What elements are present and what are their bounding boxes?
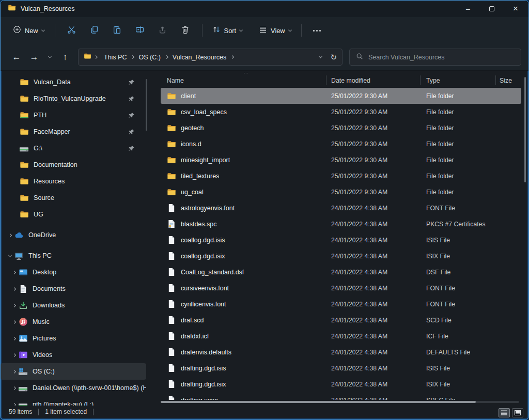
sidebar-item-label: UG <box>34 211 43 218</box>
view-button-label: View <box>271 27 285 35</box>
sidebar-item-pth-maptek-au-l[interactable]: pth (\\maptek-au) (L:) <box>1 396 146 406</box>
view-button[interactable]: View <box>254 22 296 39</box>
column-resize-handle[interactable] <box>326 75 326 85</box>
new-button[interactable]: New <box>8 22 50 39</box>
close-button[interactable]: × <box>504 1 527 17</box>
file-row[interactable]: coallog.dgd.isix24/01/2022 4:38 AMISIX F… <box>161 248 521 264</box>
breadcrumb-segment[interactable]: This PC <box>100 52 130 63</box>
file-row[interactable]: ug_coal25/01/2022 9:30 AMFile folder <box>161 184 521 200</box>
up-button[interactable]: ↑ <box>56 49 74 66</box>
sidebar-item-music[interactable]: Music <box>1 314 146 330</box>
file-row[interactable]: coallog.dgd.isis24/01/2022 4:38 AMISIS F… <box>161 232 521 248</box>
chevron-right-icon[interactable] <box>10 370 18 373</box>
sidebar-item-pictures[interactable]: Pictures <box>1 330 146 347</box>
sidebar-item-label: Pictures <box>33 335 56 342</box>
breadcrumb-separator-icon[interactable] <box>130 56 135 58</box>
column-resize-handle[interactable] <box>495 75 496 85</box>
sidebar-item-source[interactable]: Source <box>1 190 146 206</box>
breadcrumb-segment[interactable]: OS (C:) <box>135 52 164 63</box>
sidebar-item-downloads[interactable]: Downloads <box>1 297 146 314</box>
sidebar-item-onedrive[interactable]: OneDrive <box>1 227 146 243</box>
sidebar-item-this-pc[interactable]: This PC <box>1 247 146 264</box>
column-header-type[interactable]: Type <box>420 77 495 84</box>
file-date: 25/01/2022 9:30 AM <box>331 92 420 100</box>
sort-button[interactable]: Sort <box>208 22 247 39</box>
file-date: 24/01/2022 4:38 AM <box>331 221 420 228</box>
file-row[interactable]: cursiveenvis.font24/01/2022 4:38 AMFONT … <box>161 280 521 296</box>
sidebar-item-riotinto-vulcanupgrade[interactable]: RioTinto_VulcanUpgrade <box>1 90 146 107</box>
file-row[interactable]: blastdes.spc24/01/2022 4:38 AMPKCS #7 Ce… <box>161 216 521 232</box>
address-dropdown-icon[interactable] <box>319 55 322 58</box>
refresh-icon[interactable]: ↻ <box>330 53 337 62</box>
sidebar-item-videos[interactable]: Videos <box>1 347 146 363</box>
vertical-scrollbar[interactable] <box>524 77 526 182</box>
column-header-name[interactable]: Name <box>155 77 331 84</box>
sidebar-item-ug[interactable]: UG <box>1 206 146 223</box>
sidebar-item-documentation[interactable]: Documentation <box>1 157 146 173</box>
sidebar-item-pth[interactable]: PTH <box>1 107 146 123</box>
delete-button[interactable] <box>174 21 197 40</box>
file-row[interactable]: minesight_import25/01/2022 9:30 AMFile f… <box>161 152 521 168</box>
chevron-right-icon[interactable] <box>10 321 18 323</box>
file-row[interactable]: astrologyenvis.font24/01/2022 4:38 AMFON… <box>161 200 521 216</box>
sidebar-item-desktop[interactable]: Desktop <box>1 264 146 281</box>
column-resize-handle[interactable] <box>420 75 421 85</box>
file-row[interactable]: drafting.dgd.isix24/01/2022 4:38 AMISIX … <box>161 376 521 392</box>
breadcrumb-separator-icon[interactable] <box>164 56 169 58</box>
sidebar-item-os-c[interactable]: OS (C:) <box>1 363 146 380</box>
chevron-right-icon[interactable] <box>10 387 18 390</box>
chevron-right-icon[interactable] <box>10 271 18 274</box>
share-button[interactable] <box>151 21 174 40</box>
horizontal-scrollbar[interactable] <box>161 401 519 403</box>
sidebar-item-documents[interactable]: Documents <box>1 281 146 297</box>
cut-button[interactable] <box>60 21 83 40</box>
file-row[interactable]: CoalLog_standard.dsf24/01/2022 4:38 AMDS… <box>161 264 521 280</box>
sidebar-item-facemapper[interactable]: FaceMapper <box>1 123 146 140</box>
breadcrumb-separator-icon <box>94 56 98 58</box>
breadcrumb-separator-icon[interactable] <box>230 56 235 58</box>
thumbnails-view-button[interactable] <box>512 408 523 417</box>
file-row[interactable]: csv_load_specs25/01/2022 9:30 AMFile fol… <box>161 104 521 120</box>
sidebar-item-daniel-owen-pth-svrw-001-home-h[interactable]: Daniel.Owen (\\pth-svrw-001\home$) (H <box>1 380 146 396</box>
search-box[interactable] <box>349 49 521 66</box>
file-row[interactable]: icons.d25/01/2022 9:30 AMFile folder <box>161 136 521 152</box>
file-row[interactable]: drafting.dgd.isis24/01/2022 4:38 AMISIS … <box>161 360 521 376</box>
file-row[interactable]: client25/01/2022 9:30 AMFile folder <box>161 88 521 104</box>
paste-button[interactable] <box>106 21 129 40</box>
sidebar-item-resources[interactable]: Resources <box>1 173 146 190</box>
chevron-right-icon[interactable] <box>10 288 18 290</box>
downloads-icon <box>18 301 28 310</box>
file-icon <box>167 204 176 213</box>
back-button[interactable]: ← <box>8 49 25 66</box>
file-row[interactable]: tiled_textures25/01/2022 9:30 AMFile fol… <box>161 168 521 184</box>
onedrive-icon <box>14 230 24 240</box>
file-row[interactable]: draf.scd24/01/2022 4:38 AMSCD File <box>161 312 521 328</box>
maximize-button[interactable] <box>480 1 504 17</box>
file-row[interactable]: drafting.spec24/01/2022 4:38 AMSPEC File <box>161 392 521 400</box>
chevron-right-icon[interactable] <box>10 354 18 356</box>
address-bar[interactable]: This PCOS (C:)Vulcan_Resources ↻ <box>78 49 343 66</box>
file-list-pane: Name Date modified Type Size client25/01… <box>155 73 521 400</box>
chevron-down-icon[interactable] <box>6 255 14 257</box>
recent-locations-button[interactable] <box>43 49 56 66</box>
sidebar-scrollbar[interactable] <box>146 79 147 131</box>
file-row[interactable]: cyrillicenvis.font24/01/2022 4:38 AMFONT… <box>161 296 521 312</box>
file-row[interactable]: drafdxf.icf24/01/2022 4:38 AMICF File <box>161 328 521 344</box>
more-options-button[interactable] <box>307 30 327 32</box>
rename-button[interactable] <box>129 21 151 40</box>
column-header-date-modified[interactable]: Date modified <box>331 77 420 84</box>
breadcrumb-segment[interactable]: Vulcan_Resources <box>169 52 230 63</box>
details-view-button[interactable] <box>499 408 510 417</box>
minimize-button[interactable]: – <box>456 1 480 17</box>
sidebar-item-vulcan-data[interactable]: Vulcan_Data <box>1 74 146 90</box>
chevron-right-icon[interactable] <box>10 304 18 307</box>
chevron-right-icon[interactable] <box>6 234 14 237</box>
search-input[interactable] <box>368 54 515 61</box>
file-row[interactable]: drafenvis.defaults24/01/2022 4:38 AMDEFA… <box>161 344 521 360</box>
chevron-right-icon[interactable] <box>10 337 18 340</box>
file-row[interactable]: geotech25/01/2022 9:30 AMFile folder <box>161 120 521 136</box>
sidebar-item-g[interactable]: G:\ <box>1 140 146 157</box>
copy-button[interactable] <box>83 21 106 40</box>
column-header-size[interactable]: Size <box>495 77 521 84</box>
forward-button[interactable]: → <box>25 49 43 66</box>
